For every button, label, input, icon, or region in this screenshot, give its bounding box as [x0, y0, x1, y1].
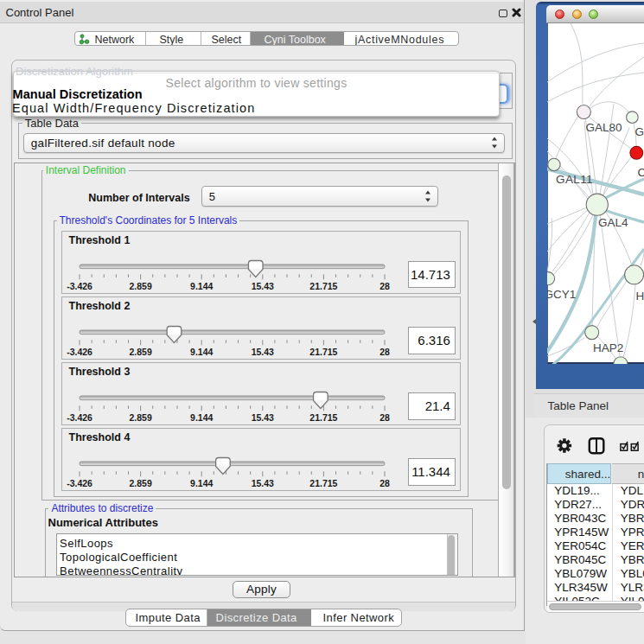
svg-text:15.43: 15.43: [251, 348, 273, 358]
svg-text:28: 28: [379, 480, 390, 489]
svg-text:15.43: 15.43: [251, 480, 273, 489]
svg-text:2.859: 2.859: [129, 283, 151, 292]
svg-text:GAL4: GAL4: [598, 216, 628, 229]
svg-text:GA: GA: [635, 125, 644, 138]
svg-text:21.715: 21.715: [309, 283, 337, 292]
svg-text:H: H: [636, 290, 644, 303]
svg-text:C: C: [638, 166, 644, 179]
svg-text:GAL80: GAL80: [586, 121, 622, 134]
svg-text:15.43: 15.43: [251, 414, 273, 424]
svg-text:9.144: 9.144: [190, 480, 213, 489]
svg-text:2.859: 2.859: [129, 480, 151, 489]
svg-text:2.859: 2.859: [129, 414, 151, 424]
svg-text:9.144: 9.144: [190, 283, 213, 292]
svg-text:GAL11: GAL11: [556, 173, 593, 186]
svg-text:GCY1: GCY1: [547, 288, 576, 301]
svg-text:HAP2: HAP2: [593, 341, 623, 354]
svg-text:-3.426: -3.426: [67, 414, 92, 424]
svg-text:-3.426: -3.426: [67, 348, 92, 358]
svg-text:9.144: 9.144: [190, 348, 213, 358]
svg-text:-3.426: -3.426: [67, 480, 92, 489]
svg-text:2.859: 2.859: [129, 348, 151, 358]
svg-text:9.144: 9.144: [190, 414, 213, 424]
svg-text:28: 28: [379, 414, 390, 424]
svg-text:21.715: 21.715: [309, 348, 337, 358]
svg-text:21.715: 21.715: [309, 414, 337, 424]
svg-text:28: 28: [379, 283, 390, 292]
svg-text:15.43: 15.43: [251, 283, 273, 292]
svg-text:-3.426: -3.426: [67, 283, 92, 292]
svg-text:28: 28: [379, 348, 390, 358]
svg-text:21.715: 21.715: [309, 480, 337, 489]
